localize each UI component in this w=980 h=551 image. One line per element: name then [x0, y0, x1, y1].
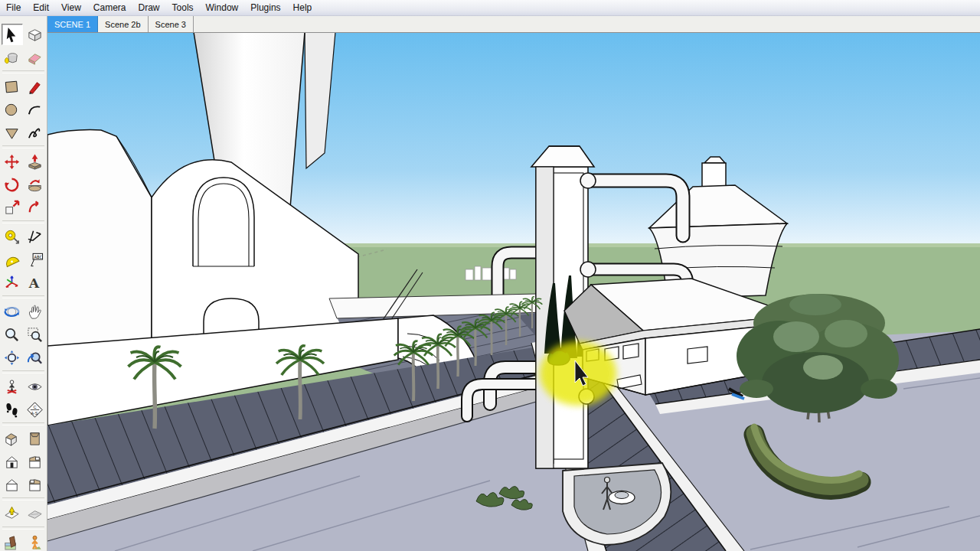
tape-measure-icon — [3, 228, 21, 246]
tool-group-1 — [0, 23, 47, 69]
view-front-tool-button[interactable] — [2, 451, 23, 472]
menu-item-file[interactable]: File — [0, 1, 27, 15]
section-display-icon — [26, 505, 44, 523]
menu-item-edit[interactable]: Edit — [27, 1, 55, 15]
3d-text-icon: A — [26, 274, 44, 292]
menu-item-view[interactable]: View — [55, 1, 87, 15]
rotate-tool-button[interactable] — [2, 174, 23, 195]
select-icon — [3, 26, 21, 44]
scale-icon — [3, 199, 21, 217]
svg-text:C: C — [33, 405, 36, 409]
freehand-tool-button[interactable] — [24, 122, 46, 143]
tool-group-4: ABCA — [0, 225, 47, 294]
orbit-tool-button[interactable] — [2, 301, 23, 322]
view-left-tool-button[interactable] — [24, 474, 46, 495]
view-top-icon — [26, 430, 44, 448]
large-tool-set: ABCACA-S — [0, 16, 47, 551]
scene-tab-1[interactable]: SCENE 1 — [47, 16, 98, 32]
view-left-icon — [26, 476, 44, 494]
dimension-tool-button[interactable] — [24, 226, 46, 247]
zoom-extents-icon — [3, 349, 21, 367]
view-top-tool-button[interactable] — [24, 428, 46, 449]
toolbar-separator — [2, 527, 44, 530]
person-figure-icon — [26, 534, 44, 551]
match-photo-tool-button[interactable] — [2, 532, 23, 551]
select-tool-button[interactable] — [2, 24, 23, 45]
arc-tool-button[interactable] — [24, 99, 46, 120]
zoom-previous-tool-button[interactable] — [24, 347, 46, 368]
follow-me-tool-button[interactable] — [24, 174, 46, 195]
dimension-icon — [26, 228, 44, 246]
menu-item-tools[interactable]: Tools — [166, 1, 200, 15]
polygon-tool-button[interactable] — [2, 122, 23, 143]
eraser-icon — [26, 49, 44, 67]
eraser-tool-button[interactable] — [24, 47, 46, 68]
follow-me-icon — [26, 176, 44, 194]
zoom-icon — [3, 326, 21, 344]
move-icon — [3, 153, 21, 171]
walk-tool-button[interactable] — [2, 399, 23, 420]
menu-item-plugins[interactable]: Plugins — [244, 1, 286, 15]
position-camera-tool-button[interactable] — [2, 376, 23, 397]
paint-bucket-tool-button[interactable] — [2, 47, 23, 68]
text-icon: ABC — [26, 251, 44, 269]
circle-tool-button[interactable] — [2, 99, 23, 120]
view-back-tool-button[interactable] — [2, 474, 23, 495]
svg-text:ABC: ABC — [34, 254, 43, 259]
menu-item-camera[interactable]: Camera — [87, 1, 132, 15]
view-right-tool-button[interactable] — [24, 451, 46, 472]
zoom-extents-tool-button[interactable] — [2, 347, 23, 368]
rectangle-tool-button[interactable] — [2, 76, 23, 97]
arc-icon — [26, 101, 44, 119]
toolbar-separator — [2, 220, 44, 223]
line-tool-button[interactable] — [24, 76, 46, 97]
tool-group-5 — [0, 300, 47, 369]
paint-bucket-icon — [3, 49, 21, 67]
svg-text:A-S: A-S — [31, 410, 38, 415]
rotate-icon — [3, 176, 21, 194]
section-cut-icon — [3, 505, 21, 523]
view-front-icon — [3, 453, 21, 471]
text-tool-button[interactable]: ABC — [24, 249, 46, 270]
tape-measure-tool-button[interactable] — [2, 226, 23, 247]
section-plane-tool-button[interactable]: CA-S — [24, 399, 46, 420]
menu-item-window[interactable]: Window — [200, 1, 245, 15]
menu-item-draw[interactable]: Draw — [132, 1, 166, 15]
line-icon — [26, 78, 44, 96]
orbit-icon — [3, 303, 21, 321]
section-display-tool-button[interactable] — [24, 503, 46, 524]
tool-group-9 — [0, 531, 47, 551]
axes-tool-button[interactable] — [2, 272, 23, 293]
scene-tab-2[interactable]: Scene 2b — [98, 16, 148, 32]
polygon-icon — [3, 124, 21, 142]
walk-icon — [3, 401, 21, 419]
make-component-tool-button[interactable] — [24, 24, 46, 45]
push-pull-tool-button[interactable] — [24, 151, 46, 172]
model-viewport[interactable] — [47, 32, 980, 551]
look-around-tool-button[interactable] — [24, 376, 46, 397]
zoom-window-tool-button[interactable] — [24, 324, 46, 345]
protractor-icon — [3, 251, 21, 269]
3d-text-tool-button[interactable]: A — [24, 272, 46, 293]
scale-tool-button[interactable] — [2, 197, 23, 218]
menu-bar: FileEditViewCameraDrawToolsWindowPlugins… — [0, 0, 980, 16]
toolbar-separator — [2, 295, 44, 298]
section-cut-tool-button[interactable] — [2, 503, 23, 524]
sketchup-window: { "menu_bar": { "items": [ {"label": "Fi… — [0, 0, 980, 551]
person-figure-tool-button[interactable] — [24, 532, 46, 551]
pan-tool-button[interactable] — [24, 301, 46, 322]
offset-icon — [26, 199, 44, 217]
view-iso-tool-button[interactable] — [2, 428, 23, 449]
look-around-icon — [26, 378, 44, 396]
scene-tab-3[interactable]: Scene 3 — [149, 16, 194, 32]
zoom-tool-button[interactable] — [2, 324, 23, 345]
svg-text:A: A — [28, 276, 40, 291]
match-photo-icon — [3, 534, 21, 551]
move-tool-button[interactable] — [2, 151, 23, 172]
offset-tool-button[interactable] — [24, 197, 46, 218]
pan-icon — [26, 303, 44, 321]
menu-item-help[interactable]: Help — [287, 1, 318, 15]
tool-group-2 — [0, 75, 47, 144]
view-back-icon — [3, 476, 21, 494]
protractor-tool-button[interactable] — [2, 249, 23, 270]
